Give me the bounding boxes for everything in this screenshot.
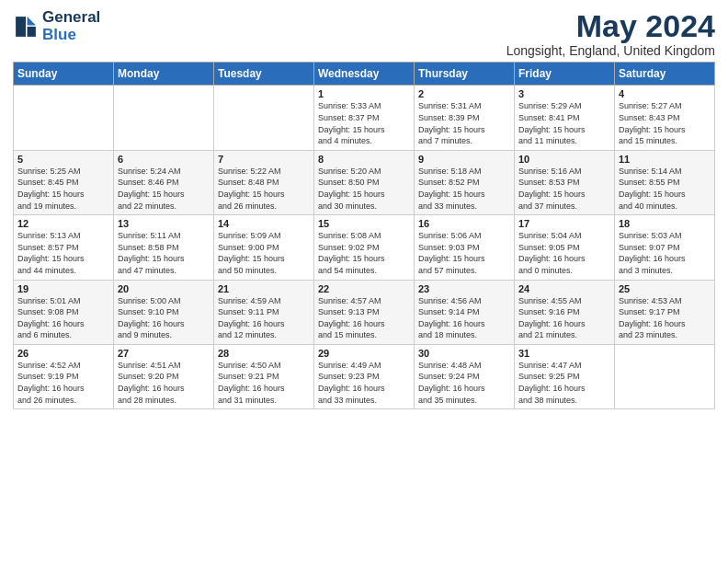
- day-number: 25: [619, 283, 711, 294]
- calendar-cell: 30Sunrise: 4:48 AM Sunset: 9:24 PM Dayli…: [415, 344, 515, 408]
- calendar-cell: 15Sunrise: 5:08 AM Sunset: 9:02 PM Dayli…: [314, 215, 415, 280]
- day-info: Sunrise: 5:01 AM Sunset: 9:08 PM Dayligh…: [17, 295, 109, 341]
- day-info: Sunrise: 5:04 AM Sunset: 9:05 PM Dayligh…: [518, 230, 610, 276]
- day-number: 4: [619, 88, 711, 99]
- day-info: Sunrise: 5:09 AM Sunset: 9:00 PM Dayligh…: [218, 230, 310, 276]
- calendar-cell: [14, 86, 114, 150]
- calendar-cell: [214, 86, 314, 150]
- calendar-cell: 12Sunrise: 5:13 AM Sunset: 8:57 PM Dayli…: [14, 215, 114, 280]
- day-info: Sunrise: 5:00 AM Sunset: 9:10 PM Dayligh…: [118, 295, 210, 341]
- calendar-cell: [615, 344, 715, 408]
- logo: General Blue: [13, 9, 100, 43]
- day-info: Sunrise: 4:55 AM Sunset: 9:16 PM Dayligh…: [518, 295, 610, 341]
- col-wednesday: Wednesday: [314, 63, 415, 86]
- day-number: 13: [118, 218, 210, 229]
- col-tuesday: Tuesday: [214, 63, 314, 86]
- calendar-cell: 17Sunrise: 5:04 AM Sunset: 9:05 PM Dayli…: [515, 215, 615, 280]
- calendar-cell: 20Sunrise: 5:00 AM Sunset: 9:10 PM Dayli…: [114, 280, 214, 344]
- calendar-cell: 19Sunrise: 5:01 AM Sunset: 9:08 PM Dayli…: [14, 280, 114, 344]
- day-number: 31: [518, 348, 610, 359]
- calendar-cell: 1Sunrise: 5:33 AM Sunset: 8:37 PM Daylig…: [314, 86, 415, 150]
- calendar-cell: 2Sunrise: 5:31 AM Sunset: 8:39 PM Daylig…: [415, 86, 515, 150]
- day-number: 30: [418, 348, 510, 359]
- calendar-week-row: 19Sunrise: 5:01 AM Sunset: 9:08 PM Dayli…: [14, 280, 715, 344]
- day-info: Sunrise: 4:56 AM Sunset: 9:14 PM Dayligh…: [418, 295, 510, 341]
- header: General Blue May 2024 Longsight, England…: [13, 9, 715, 58]
- day-info: Sunrise: 5:33 AM Sunset: 8:37 PM Dayligh…: [318, 100, 410, 146]
- day-info: Sunrise: 5:06 AM Sunset: 9:03 PM Dayligh…: [418, 230, 510, 276]
- day-info: Sunrise: 4:57 AM Sunset: 9:13 PM Dayligh…: [318, 295, 410, 341]
- calendar-cell: 9Sunrise: 5:18 AM Sunset: 8:52 PM Daylig…: [415, 150, 515, 214]
- page: General Blue May 2024 Longsight, England…: [0, 0, 728, 417]
- day-number: 18: [619, 218, 711, 229]
- calendar: Sunday Monday Tuesday Wednesday Thursday…: [13, 62, 715, 409]
- calendar-cell: 28Sunrise: 4:50 AM Sunset: 9:21 PM Dayli…: [214, 344, 314, 408]
- svg-rect-2: [16, 17, 26, 37]
- calendar-cell: 8Sunrise: 5:20 AM Sunset: 8:50 PM Daylig…: [314, 150, 415, 214]
- main-title: May 2024: [506, 9, 715, 43]
- day-info: Sunrise: 5:13 AM Sunset: 8:57 PM Dayligh…: [17, 230, 109, 276]
- day-number: 9: [418, 154, 510, 165]
- day-number: 19: [17, 283, 109, 294]
- day-info: Sunrise: 4:48 AM Sunset: 9:24 PM Dayligh…: [418, 360, 510, 406]
- calendar-cell: 7Sunrise: 5:22 AM Sunset: 8:48 PM Daylig…: [214, 150, 314, 214]
- day-number: 22: [318, 283, 410, 294]
- calendar-cell: 10Sunrise: 5:16 AM Sunset: 8:53 PM Dayli…: [515, 150, 615, 214]
- day-number: 11: [619, 154, 711, 165]
- calendar-week-row: 1Sunrise: 5:33 AM Sunset: 8:37 PM Daylig…: [14, 86, 715, 150]
- day-info: Sunrise: 5:24 AM Sunset: 8:46 PM Dayligh…: [118, 166, 210, 212]
- day-number: 14: [218, 218, 310, 229]
- calendar-cell: 6Sunrise: 5:24 AM Sunset: 8:46 PM Daylig…: [114, 150, 214, 214]
- day-number: 5: [17, 154, 109, 165]
- day-info: Sunrise: 5:18 AM Sunset: 8:52 PM Dayligh…: [418, 166, 510, 212]
- svg-rect-3: [28, 27, 36, 37]
- calendar-cell: 24Sunrise: 4:55 AM Sunset: 9:16 PM Dayli…: [515, 280, 615, 344]
- day-info: Sunrise: 4:49 AM Sunset: 9:23 PM Dayligh…: [318, 360, 410, 406]
- calendar-cell: 5Sunrise: 5:25 AM Sunset: 8:45 PM Daylig…: [14, 150, 114, 214]
- calendar-header-row: Sunday Monday Tuesday Wednesday Thursday…: [14, 63, 715, 86]
- day-info: Sunrise: 4:47 AM Sunset: 9:25 PM Dayligh…: [518, 360, 610, 406]
- col-sunday: Sunday: [14, 63, 114, 86]
- day-info: Sunrise: 4:50 AM Sunset: 9:21 PM Dayligh…: [218, 360, 310, 406]
- calendar-cell: 13Sunrise: 5:11 AM Sunset: 8:58 PM Dayli…: [114, 215, 214, 280]
- calendar-cell: 3Sunrise: 5:29 AM Sunset: 8:41 PM Daylig…: [515, 86, 615, 150]
- calendar-cell: 16Sunrise: 5:06 AM Sunset: 9:03 PM Dayli…: [415, 215, 515, 280]
- calendar-cell: 18Sunrise: 5:03 AM Sunset: 9:07 PM Dayli…: [615, 215, 715, 280]
- calendar-cell: 11Sunrise: 5:14 AM Sunset: 8:55 PM Dayli…: [615, 150, 715, 214]
- day-number: 16: [418, 218, 510, 229]
- subtitle: Longsight, England, United Kingdom: [506, 43, 715, 58]
- day-number: 23: [418, 283, 510, 294]
- day-number: 12: [17, 218, 109, 229]
- day-info: Sunrise: 5:11 AM Sunset: 8:58 PM Dayligh…: [118, 230, 210, 276]
- day-number: 21: [218, 283, 310, 294]
- day-number: 28: [218, 348, 310, 359]
- col-saturday: Saturday: [615, 63, 715, 86]
- day-info: Sunrise: 4:52 AM Sunset: 9:19 PM Dayligh…: [17, 360, 109, 406]
- day-info: Sunrise: 5:08 AM Sunset: 9:02 PM Dayligh…: [318, 230, 410, 276]
- calendar-cell: 22Sunrise: 4:57 AM Sunset: 9:13 PM Dayli…: [314, 280, 415, 344]
- day-number: 7: [218, 154, 310, 165]
- col-thursday: Thursday: [415, 63, 515, 86]
- title-block: May 2024 Longsight, England, United King…: [506, 9, 715, 58]
- day-info: Sunrise: 5:25 AM Sunset: 8:45 PM Dayligh…: [17, 166, 109, 212]
- day-number: 6: [118, 154, 210, 165]
- calendar-cell: 29Sunrise: 4:49 AM Sunset: 9:23 PM Dayli…: [314, 344, 415, 408]
- day-number: 29: [318, 348, 410, 359]
- logo-icon: [13, 14, 39, 40]
- day-number: 1: [318, 88, 410, 99]
- day-info: Sunrise: 5:22 AM Sunset: 8:48 PM Dayligh…: [218, 166, 310, 212]
- day-number: 10: [518, 154, 610, 165]
- calendar-cell: [114, 86, 214, 150]
- day-info: Sunrise: 5:14 AM Sunset: 8:55 PM Dayligh…: [619, 166, 711, 212]
- day-number: 3: [518, 88, 610, 99]
- day-number: 26: [17, 348, 109, 359]
- calendar-cell: 25Sunrise: 4:53 AM Sunset: 9:17 PM Dayli…: [615, 280, 715, 344]
- day-info: Sunrise: 5:03 AM Sunset: 9:07 PM Dayligh…: [619, 230, 711, 276]
- calendar-cell: 23Sunrise: 4:56 AM Sunset: 9:14 PM Dayli…: [415, 280, 515, 344]
- day-number: 8: [318, 154, 410, 165]
- day-info: Sunrise: 5:27 AM Sunset: 8:43 PM Dayligh…: [619, 100, 711, 146]
- calendar-cell: 4Sunrise: 5:27 AM Sunset: 8:43 PM Daylig…: [615, 86, 715, 150]
- day-number: 27: [118, 348, 210, 359]
- day-info: Sunrise: 5:16 AM Sunset: 8:53 PM Dayligh…: [518, 166, 610, 212]
- day-info: Sunrise: 5:20 AM Sunset: 8:50 PM Dayligh…: [318, 166, 410, 212]
